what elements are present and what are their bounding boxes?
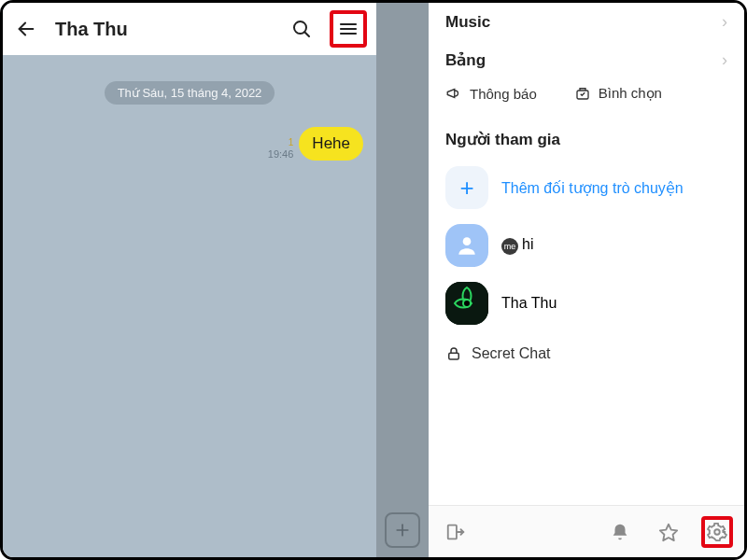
megaphone-icon — [445, 85, 462, 102]
message-bubble[interactable]: Hehe — [299, 127, 363, 161]
add-participant-row[interactable]: + Thêm đối tượng trò chuyện — [429, 159, 744, 217]
chat-body: Thứ Sáu, 15 tháng 4, 2022 1 19:46 Hehe — [3, 55, 376, 557]
svg-rect-13 — [448, 525, 457, 539]
gear-icon — [707, 522, 727, 542]
compose-button[interactable] — [385, 512, 420, 548]
search-icon — [290, 18, 313, 40]
settings-button[interactable] — [701, 516, 733, 548]
avatar-image-icon — [445, 282, 488, 325]
vote-action[interactable]: Bình chọn — [574, 85, 662, 102]
svg-rect-12 — [449, 353, 459, 359]
panel-divider — [376, 3, 429, 557]
back-button[interactable] — [12, 19, 40, 39]
vote-icon — [574, 85, 591, 102]
svg-line-2 — [304, 32, 309, 36]
svg-marker-15 — [660, 524, 677, 539]
bottom-bar — [429, 505, 744, 557]
plus-icon — [393, 521, 412, 539]
side-menu-panel: Music › Bảng › Thông báo Bình chọn Người… — [429, 3, 744, 557]
svg-point-9 — [463, 237, 472, 245]
chevron-right-icon: › — [722, 12, 727, 32]
board-actions: Thông báo Bình chọn — [429, 79, 744, 115]
svg-point-16 — [714, 529, 720, 535]
favorite-button[interactable] — [653, 516, 684, 548]
menu-item-music[interactable]: Music › — [429, 3, 744, 41]
participant-label: mehi — [501, 236, 533, 255]
person-icon — [455, 233, 479, 258]
notify-action[interactable]: Thông báo — [445, 85, 537, 102]
leave-button[interactable] — [440, 516, 472, 548]
action-label: Thông báo — [470, 86, 537, 102]
exit-icon — [445, 522, 466, 542]
secret-chat-row[interactable]: Secret Chat — [429, 332, 744, 375]
message-time: 19:46 — [268, 148, 294, 160]
avatar — [445, 224, 488, 267]
participant-name: Tha Thu — [501, 295, 557, 312]
secret-chat-label: Secret Chat — [472, 345, 550, 362]
add-participant-label: Thêm đối tượng trò chuyện — [501, 179, 684, 197]
menu-item-label: Bảng — [445, 50, 486, 70]
menu-button[interactable] — [330, 10, 367, 48]
menu-item-board[interactable]: Bảng › — [429, 41, 744, 79]
star-icon — [658, 522, 679, 542]
chevron-right-icon: › — [722, 50, 727, 70]
arrow-left-icon — [16, 19, 36, 39]
bell-icon — [610, 522, 630, 542]
chat-panel: Tha Thu Thứ Sáu, 15 tháng 4, 2022 1 19:4… — [3, 3, 376, 557]
me-badge: me — [501, 238, 518, 255]
unread-count: 1 — [268, 137, 294, 148]
search-button[interactable] — [283, 10, 320, 48]
add-participant-icon: + — [445, 166, 488, 209]
action-label: Bình chọn — [599, 85, 662, 102]
message-row: 1 19:46 Hehe — [12, 127, 367, 161]
participants-title: Người tham gia — [429, 115, 744, 159]
notifications-button[interactable] — [604, 516, 636, 548]
participant-name: hi — [522, 236, 533, 252]
chat-header: Tha Thu — [3, 3, 376, 55]
avatar — [445, 282, 488, 325]
hamburger-icon — [337, 18, 359, 40]
menu-item-label: Music — [445, 13, 490, 32]
date-separator: Thứ Sáu, 15 tháng 4, 2022 — [105, 81, 275, 105]
svg-point-11 — [463, 300, 471, 307]
message-meta: 1 19:46 — [268, 137, 294, 161]
lock-icon — [445, 345, 462, 362]
chat-title: Tha Thu — [55, 19, 268, 40]
participant-row-me[interactable]: mehi — [429, 217, 744, 274]
participant-row-other[interactable]: Tha Thu — [429, 274, 744, 332]
